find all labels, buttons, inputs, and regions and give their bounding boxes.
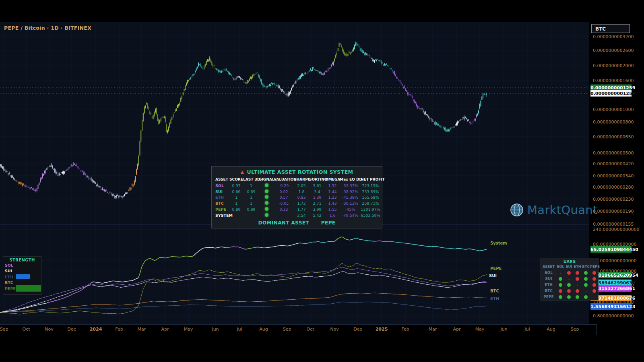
time-axis[interactable]: SepOctNovDec2024FebMarAprMayJunJulAugSep… xyxy=(0,324,597,335)
time-tick-label: Feb xyxy=(115,327,123,332)
signal-cell xyxy=(259,213,274,218)
eth-value-badge: 1.5568493156123 xyxy=(590,303,632,310)
price-tick-label: 0.0000000000800 xyxy=(593,119,634,125)
uars-matrix-row: SUI- xyxy=(541,276,598,282)
time-tick-label: Nov xyxy=(330,327,339,332)
rotation-table-row: ETH110.570.831.391.23-45.38%155.68% xyxy=(214,195,380,201)
rotation-header-cell: SHARPE xyxy=(294,177,309,181)
value-cell: 0.66 xyxy=(229,189,243,194)
series-label-sui: SUI xyxy=(489,274,497,278)
time-tick-label: Dec xyxy=(67,327,76,332)
strength-row: SUI xyxy=(3,268,41,274)
value-cell: 5.42 xyxy=(309,213,325,218)
uars-green-dot xyxy=(576,295,579,299)
rotation-table-row: BTC11-0.051.722.711.43-30.13%259.71% xyxy=(214,200,380,206)
value-cell: 3.61 xyxy=(309,183,325,188)
uars-red-dot xyxy=(592,289,596,293)
value-cell: 1.43 xyxy=(325,201,340,206)
value-cell: 0.89 xyxy=(229,207,243,212)
asset-name-cell: SYSTEM xyxy=(214,213,229,218)
time-tick-label: Jun xyxy=(500,327,507,332)
value-cell: 2.54 xyxy=(294,213,309,218)
price-tick-label: 0.0000000001600 xyxy=(593,78,634,83)
time-tick-label: Mar xyxy=(429,327,437,332)
time-tick-label: Oct xyxy=(22,327,30,332)
time-tick-label: May xyxy=(475,327,485,332)
price-tick-label: 0.0000000001000 xyxy=(593,107,634,112)
rotation-header-cell: ASSET xyxy=(214,177,229,181)
uars-green-dot xyxy=(584,271,588,275)
rotation-header-cell: NET PROFIT xyxy=(361,177,380,181)
price-tick-label: 30.0000000000000 xyxy=(593,258,636,263)
symbol-title[interactable]: PEPE / Bitcoin · 1D · BITFINEX xyxy=(4,25,91,31)
uars-green-dot xyxy=(584,295,588,299)
signal-cell xyxy=(259,195,274,200)
price-tick-label: 0.0000000000280 xyxy=(593,185,634,190)
value-cell: 1.52 xyxy=(325,183,340,188)
dominant-asset-value: PEPE xyxy=(321,220,336,226)
rotation-header-cell: SORTINO xyxy=(309,177,325,181)
uars-matrix-headers: ASSETSOLSUIETHBTCPEPE xyxy=(541,265,598,269)
series-label-btc: BTC xyxy=(490,289,499,293)
signal-dot xyxy=(265,195,268,199)
uars-asset-label: SOL xyxy=(541,271,556,275)
uars-cell xyxy=(556,282,565,288)
value-cell: -30.13% xyxy=(340,201,361,206)
value-cell: 1.8 xyxy=(294,189,309,194)
uars-cell: - xyxy=(556,269,565,276)
value-cell: 0.32 xyxy=(274,207,294,212)
uars-cell: - xyxy=(590,294,599,300)
price-tick-label: 0.8000000000000 xyxy=(593,313,634,319)
rotation-system-table: ▲ ULTIMATE ASSET ROTATION SYSTEM ASSETSC… xyxy=(211,166,382,228)
value-cell: 1.6 xyxy=(325,213,340,218)
uars-cell xyxy=(582,294,590,300)
uars-cell xyxy=(590,269,599,276)
value-cell: 0.83 xyxy=(294,195,309,200)
price-tick-label: 0.0000000000420 xyxy=(593,161,634,167)
time-tick-label: Sep xyxy=(571,327,579,332)
rotation-header-cell: VALUATION xyxy=(274,177,294,181)
value-cell: -45% xyxy=(340,207,361,212)
value-cell: 1 xyxy=(243,183,259,188)
uars-header-cell: BTC xyxy=(582,265,590,269)
value-cell: 3.99 xyxy=(309,207,325,212)
rotation-table-row: SOL0.971-0.292.053.611.52-33.37%723.15% xyxy=(214,183,380,189)
value-cell: 1.77 xyxy=(294,207,309,212)
rotation-table-headers: ASSETSCORELAST 3DSIGNALVALUATIONSHARPESO… xyxy=(214,177,380,183)
value-cell: 1 xyxy=(243,195,259,200)
uars-header-cell: ASSET xyxy=(541,265,556,269)
currency-toggle-button[interactable]: BTC xyxy=(591,24,630,33)
value-cell: -33.37% xyxy=(340,183,361,188)
uars-asset-label: BTC xyxy=(541,289,556,293)
rotation-table-rows: SOL0.971-0.292.053.611.52-33.37%723.15%S… xyxy=(214,183,380,218)
price-tick-label: 0.0000000002600 xyxy=(593,48,634,53)
asset-name-cell: SUI xyxy=(214,189,229,194)
watermark-text: MarktQuant xyxy=(527,203,598,217)
uars-green-dot xyxy=(567,295,571,299)
rotation-header-cell: SIGNAL xyxy=(259,177,274,181)
signal-dot xyxy=(265,201,268,205)
strength-asset-label: SOL xyxy=(5,263,16,267)
value-cell: 2.05 xyxy=(294,183,309,188)
signal-cell xyxy=(259,201,274,206)
uars-cell xyxy=(582,282,590,288)
strength-bar xyxy=(16,274,30,279)
dominant-asset-label: DOMINANT ASSET xyxy=(258,220,309,226)
uars-cell xyxy=(573,288,582,294)
time-tick-label: Aug xyxy=(259,327,268,332)
uars-matrix-row: SOL- xyxy=(541,269,598,276)
value-cell: 0.69 xyxy=(243,189,259,194)
uars-panel-title: UARS xyxy=(541,258,598,265)
uars-header-cell: SUI xyxy=(565,265,573,269)
time-tick-label: Apr xyxy=(453,327,460,332)
price-tick-label: 0.0000000000500 xyxy=(593,150,634,156)
uars-matrix-row: BTC- xyxy=(541,288,598,294)
uars-green-dot xyxy=(559,295,562,299)
rotation-table-title: ▲ ULTIMATE ASSET ROTATION SYSTEM xyxy=(214,168,380,177)
asset-name-cell: ETH xyxy=(214,195,229,200)
uars-header-cell: SOL xyxy=(556,265,565,269)
value-cell: -49.54% xyxy=(340,213,361,218)
uars-asset-label: SUI xyxy=(541,277,556,281)
price-tick-label: 0.0000000002000 xyxy=(593,63,634,68)
signal-cell xyxy=(259,207,274,212)
